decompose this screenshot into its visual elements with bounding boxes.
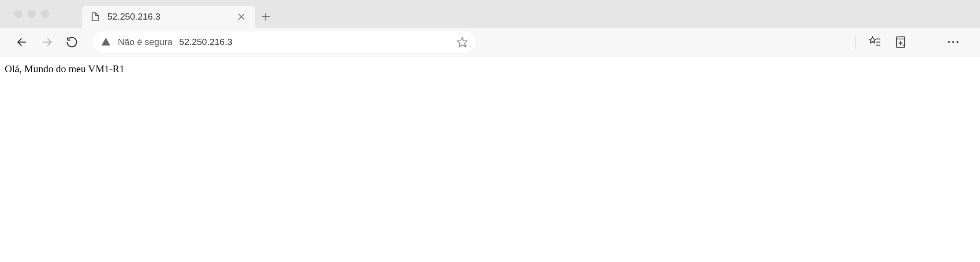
window-minimize-dot[interactable] <box>28 10 35 18</box>
toolbar-divider <box>855 35 855 49</box>
reload-button[interactable] <box>61 32 82 53</box>
window-close-dot[interactable] <box>14 10 22 18</box>
svg-point-16 <box>948 41 950 43</box>
favorite-star-icon[interactable] <box>456 36 468 48</box>
warning-icon <box>101 37 111 47</box>
url-text[interactable]: 52.250.216.3 <box>179 37 449 47</box>
security-label: Não é segura <box>118 37 172 47</box>
window-controls <box>10 0 82 28</box>
new-tab-button[interactable] <box>255 6 277 28</box>
svg-marker-9 <box>869 37 876 43</box>
favorites-list-button[interactable] <box>864 32 885 53</box>
page-body-text: Olá, Mundo do meu VM1-R1 <box>5 63 125 75</box>
collections-button[interactable] <box>889 32 910 53</box>
address-bar[interactable]: Não é segura 52.250.216.3 <box>93 32 476 53</box>
tab-title: 52.250.216.3 <box>107 11 229 22</box>
back-button[interactable] <box>11 32 33 53</box>
svg-point-17 <box>952 41 954 43</box>
forward-button[interactable] <box>36 32 57 53</box>
page-content: Olá, Mundo do meu VM1-R1 <box>0 56 980 82</box>
close-tab-button[interactable] <box>236 11 247 22</box>
toolbar: Não é segura 52.250.216.3 <box>0 28 980 56</box>
menu-button[interactable] <box>943 32 964 53</box>
page-icon <box>90 11 101 22</box>
window-maximize-dot[interactable] <box>41 10 49 18</box>
browser-tab[interactable]: 52.250.216.3 <box>82 6 255 28</box>
tab-strip: 52.250.216.3 <box>0 0 980 28</box>
svg-point-18 <box>957 41 958 43</box>
